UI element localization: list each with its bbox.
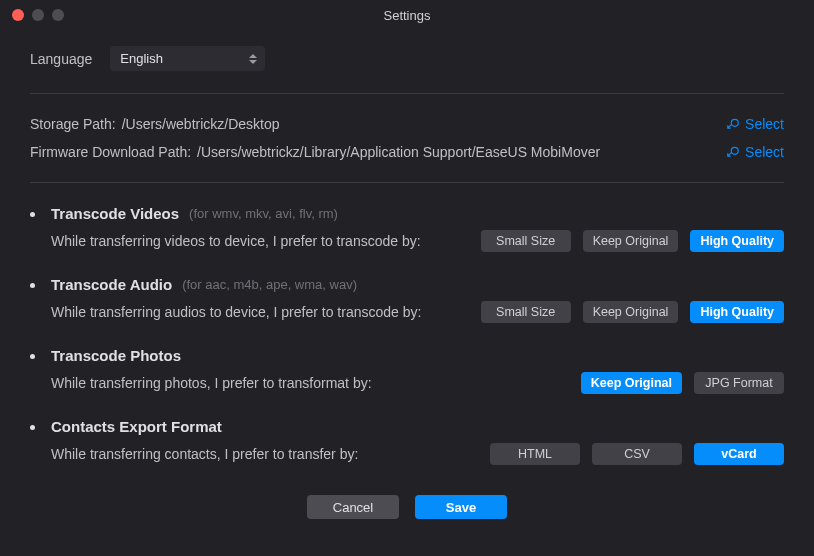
- contacts-option-html[interactable]: HTML: [490, 443, 580, 465]
- photos-option-jpg-format[interactable]: JPG Format: [694, 372, 784, 394]
- transcode-contacts-item: Contacts Export FormatWhile transferring…: [30, 418, 784, 465]
- audio-description: While transferring audios to device, I p…: [51, 304, 481, 320]
- videos-option-high-quality[interactable]: High Quality: [690, 230, 784, 252]
- firmware-path-select-button[interactable]: Select: [726, 144, 784, 160]
- language-label: Language: [30, 51, 92, 67]
- audio-hint: (for aac, m4b, ape, wma, wav): [182, 277, 357, 292]
- browse-icon: [726, 117, 740, 131]
- transcode-photos-item: Transcode PhotosWhile transferring photo…: [30, 347, 784, 394]
- storage-path-select-button[interactable]: Select: [726, 116, 784, 132]
- bullet-icon: [30, 425, 35, 430]
- contacts-option-vcard[interactable]: vCard: [694, 443, 784, 465]
- firmware-select-label: Select: [745, 144, 784, 160]
- contacts-description: While transferring contacts, I prefer to…: [51, 446, 490, 462]
- save-button[interactable]: Save: [415, 495, 507, 519]
- photos-option-keep-original[interactable]: Keep Original: [581, 372, 682, 394]
- bullet-icon: [30, 212, 35, 217]
- videos-option-keep-original[interactable]: Keep Original: [583, 230, 679, 252]
- audio-option-high-quality[interactable]: High Quality: [690, 301, 784, 323]
- storage-path-label: Storage Path:: [30, 116, 116, 132]
- titlebar: Settings: [0, 0, 814, 30]
- contacts-option-csv[interactable]: CSV: [592, 443, 682, 465]
- transcode-audio-item: Transcode Audio(for aac, m4b, ape, wma, …: [30, 276, 784, 323]
- storage-path-value: /Users/webtrickz/Desktop: [122, 116, 726, 132]
- bullet-icon: [30, 354, 35, 359]
- audio-title: Transcode Audio: [51, 276, 172, 293]
- audio-option-keep-original[interactable]: Keep Original: [583, 301, 679, 323]
- firmware-path-value: /Users/webtrickz/Library/Application Sup…: [197, 144, 726, 160]
- language-select[interactable]: [110, 46, 265, 71]
- window-title: Settings: [0, 8, 814, 23]
- browse-icon: [726, 145, 740, 159]
- firmware-path-label: Firmware Download Path:: [30, 144, 191, 160]
- videos-option-small-size[interactable]: Small Size: [481, 230, 571, 252]
- photos-title: Transcode Photos: [51, 347, 181, 364]
- svg-point-0: [731, 119, 738, 126]
- videos-hint: (for wmv, mkv, avi, flv, rm): [189, 206, 338, 221]
- videos-description: While transferring videos to device, I p…: [51, 233, 481, 249]
- storage-select-label: Select: [745, 116, 784, 132]
- cancel-button[interactable]: Cancel: [307, 495, 399, 519]
- photos-description: While transferring photos, I prefer to t…: [51, 375, 581, 391]
- bullet-icon: [30, 283, 35, 288]
- transcode-videos-item: Transcode Videos(for wmv, mkv, avi, flv,…: [30, 205, 784, 252]
- contacts-title: Contacts Export Format: [51, 418, 222, 435]
- videos-title: Transcode Videos: [51, 205, 179, 222]
- svg-point-1: [731, 147, 738, 154]
- audio-option-small-size[interactable]: Small Size: [481, 301, 571, 323]
